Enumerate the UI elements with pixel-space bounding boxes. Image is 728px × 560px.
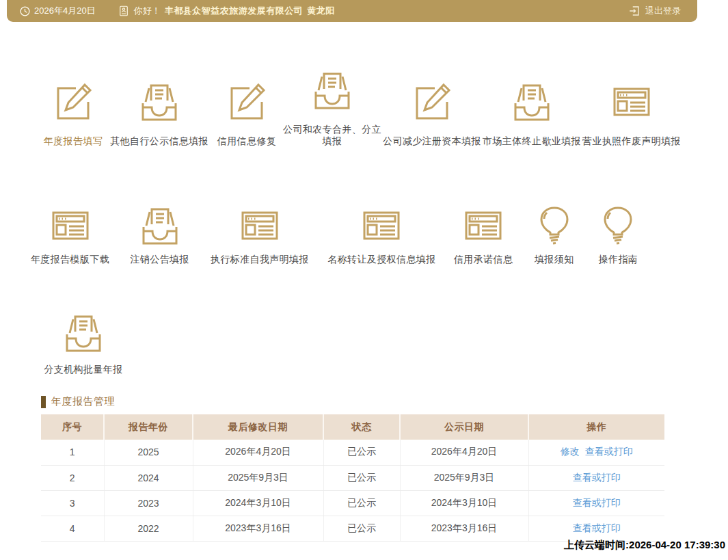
col-header-operations: 操作 <box>528 414 664 440</box>
table-row: 1 2025 2026年4月20日 已公示 2026年4月20日 修改查看或打印 <box>41 440 664 465</box>
table-row: 4 2022 2023年3月16日 已公示 2023年3月16日 查看或打印 <box>41 516 664 541</box>
table-row: 2 2024 2025年9月3日 已公示 2025年9月3日 查看或打印 <box>41 465 664 490</box>
cell-publish-date: 2026年4月20日 <box>400 440 528 465</box>
menu-item-operation-guide[interactable]: 操作指南 <box>593 204 644 265</box>
cell-publish-date: 2023年3月16日 <box>400 516 528 541</box>
cell-status: 已公示 <box>323 465 400 490</box>
table-row: 3 2023 2024年3月10日 已公示 2024年3月10日 查看或打印 <box>41 490 664 516</box>
view-or-print-link[interactable]: 查看或打印 <box>573 522 621 533</box>
cell-index: 3 <box>41 490 104 516</box>
cell-index: 1 <box>41 440 104 465</box>
menu-item-cancellation-notice-fill[interactable]: 注销公告填报 <box>126 204 194 265</box>
browser-icon <box>49 204 92 248</box>
menu-row-2: 年度报告模版下载 注销公告填报 执行标准自我声明填报 名称转让及授权信息填报 信… <box>27 204 644 265</box>
cell-last-modified: 2024年3月10日 <box>193 490 323 516</box>
view-or-print-link[interactable]: 查看或打印 <box>573 497 621 508</box>
logout-label: 退出登录 <box>645 5 681 17</box>
cell-report-year: 2024 <box>104 465 193 490</box>
upload-time-overlay: 上传云端时间:2026-04-20 17:39:30 <box>564 539 725 552</box>
lightbulb-icon <box>532 204 576 248</box>
cell-last-modified: 2023年3月16日 <box>193 516 323 541</box>
cell-report-year: 2023 <box>104 490 193 516</box>
menu-item-filing-instructions[interactable]: 填报须知 <box>528 204 580 265</box>
cell-status: 已公示 <box>323 440 400 465</box>
cell-publish-date: 2024年3月10日 <box>400 490 528 516</box>
cell-publish-date: 2025年9月3日 <box>400 465 528 490</box>
menu-row-1: 年度报告填写 其他自行公示信息填报 信用信息修复 公司和农专合并、分立填报 公司… <box>39 68 728 147</box>
cell-last-modified: 2026年4月20日 <box>193 440 323 465</box>
greeting-prefix: 你好！ <box>134 5 161 17</box>
inbox-icon <box>310 68 354 112</box>
modify-link[interactable]: 修改 <box>561 446 580 457</box>
id-badge-icon <box>118 5 130 17</box>
table-header-row: 序号 报告年份 最后修改日期 状态 公示日期 操作 <box>41 414 664 440</box>
section-marker <box>41 396 46 408</box>
inbox-icon <box>138 204 182 248</box>
menu-item-annual-report-fill[interactable]: 年度报告填写 <box>39 80 107 147</box>
company-name: 丰都县众智益农旅游发展有限公司 <box>165 5 304 17</box>
view-or-print-link[interactable]: 查看或打印 <box>573 472 621 483</box>
col-header-report-year: 报告年份 <box>104 414 193 440</box>
annual-report-table: 序号 报告年份 最后修改日期 状态 公示日期 操作 1 2025 2026年4月… <box>41 414 664 542</box>
view-or-print-link[interactable]: 查看或打印 <box>585 446 633 457</box>
edit-icon <box>225 80 269 124</box>
menu-item-business-termination-fill[interactable]: 市场主体终止歇业填报 <box>482 80 582 147</box>
menu-item-license-invalidation-fill[interactable]: 营业执照作废声明填报 <box>582 80 682 147</box>
header-greeting: 你好！ 丰都县众智益农旅游发展有限公司 黄龙阳 <box>118 5 335 17</box>
browser-icon <box>360 204 403 248</box>
menu-item-report-template-download[interactable]: 年度报告模版下载 <box>27 204 113 265</box>
menu-item-branch-batch-annual-report[interactable]: 分支机构批量年报 <box>39 311 128 375</box>
top-header-bar: 2026年4月20日 你好！ 丰都县众智益农旅游发展有限公司 黄龙阳 退出登录 <box>7 0 697 22</box>
cell-index: 2 <box>41 465 104 490</box>
menu-item-credit-commitment-info[interactable]: 信用承诺信息 <box>451 204 516 265</box>
menu-item-merger-division-fill[interactable]: 公司和农专合并、分立填报 <box>282 68 382 147</box>
browser-icon <box>238 204 282 248</box>
lightbulb-icon <box>596 204 640 248</box>
cell-operations: 查看或打印 <box>528 465 664 490</box>
cell-report-year: 2022 <box>104 516 193 541</box>
col-header-index: 序号 <box>41 414 104 440</box>
inbox-icon <box>137 80 181 124</box>
user-name: 黄龙阳 <box>307 5 335 17</box>
col-header-publish-date: 公示日期 <box>400 414 528 440</box>
section-title-text: 年度报告管理 <box>51 395 115 408</box>
header-date-text: 2026年4月20日 <box>34 5 96 17</box>
menu-row-3: 分支机构批量年报 <box>39 311 728 375</box>
col-header-status: 状态 <box>323 414 400 440</box>
clock-icon <box>19 5 31 17</box>
header-date: 2026年4月20日 <box>19 5 96 17</box>
browser-icon <box>461 204 505 248</box>
section-title-annual-report-management: 年度报告管理 <box>41 395 728 408</box>
cell-operations: 修改查看或打印 <box>528 440 664 465</box>
browser-icon <box>610 80 653 124</box>
cell-last-modified: 2025年9月3日 <box>193 465 323 490</box>
menu-item-other-publicity-info[interactable]: 其他自行公示信息填报 <box>107 80 211 147</box>
edit-icon <box>51 80 95 124</box>
cell-operations: 查看或打印 <box>528 490 664 516</box>
menu-item-name-transfer-authorization[interactable]: 名称转让及授权信息填报 <box>325 204 438 265</box>
inbox-icon <box>510 80 554 124</box>
edit-icon <box>410 80 454 124</box>
col-header-last-modified: 最后修改日期 <box>193 414 323 440</box>
logout-icon <box>628 5 641 17</box>
cell-operations: 查看或打印 <box>528 516 664 541</box>
menu-item-capital-reduction-fill[interactable]: 公司减少注册资本填报 <box>382 80 482 147</box>
cell-report-year: 2025 <box>104 440 193 465</box>
menu-item-standard-self-declaration[interactable]: 执行标准自我声明填报 <box>206 204 312 265</box>
logout-button[interactable]: 退出登录 <box>628 5 681 17</box>
cell-status: 已公示 <box>323 490 400 516</box>
inbox-icon <box>62 311 105 355</box>
menu-item-credit-repair[interactable]: 信用信息修复 <box>211 80 282 147</box>
cell-index: 4 <box>41 516 104 541</box>
cell-status: 已公示 <box>323 516 400 541</box>
